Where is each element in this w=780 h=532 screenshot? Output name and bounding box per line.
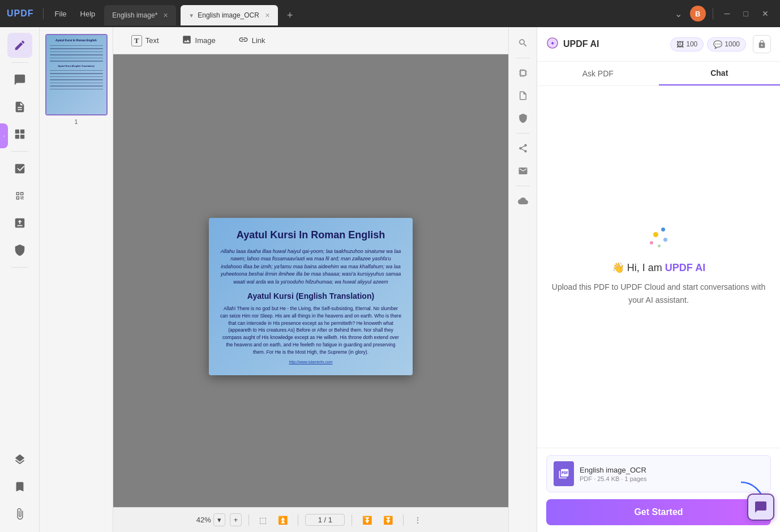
image-tool-button[interactable]: Image <box>175 31 222 50</box>
last-page-button[interactable]: ⏬ <box>359 513 375 527</box>
title-bar: UPDF File Help English image* ✕ ▼ Englis… <box>0 0 780 27</box>
right-divider-1 <box>516 58 530 58</box>
ai-greeting: 👋 Hi, I am UPDF AI <box>612 261 705 274</box>
sidebar-icon-compress[interactable] <box>7 211 32 235</box>
ai-chat-floating-button[interactable] <box>747 494 774 521</box>
right-divider-2 <box>516 133 530 134</box>
sidebar-icon-edit[interactable] <box>7 33 32 58</box>
thumb-line-1 <box>50 45 103 46</box>
zoom-in-button[interactable]: + <box>230 513 242 526</box>
nav-separator-3 <box>352 514 352 526</box>
chat-credits-icon: 💬 <box>713 40 722 49</box>
sidebar-icon-convert[interactable] <box>7 156 32 181</box>
right-sidebar <box>508 27 537 532</box>
tab-close-1[interactable]: ✕ <box>163 12 168 19</box>
ai-file-meta: PDF · 25.4 KB · 1 pages <box>580 475 758 482</box>
content-area: Ayatul Kursi In Roman English Ayatul Kur… <box>40 27 537 532</box>
ai-description: Upload this PDF to UPDF Cloud and start … <box>548 281 769 306</box>
help-menu[interactable]: Help <box>76 7 100 20</box>
scroll-mode-button[interactable]: ⋮ <box>410 513 425 527</box>
sidebar-divider-1 <box>11 62 28 63</box>
sidebar-edge-handle[interactable]: ‹ <box>0 123 8 148</box>
next-page-button[interactable]: ⏬ <box>380 513 396 527</box>
ai-file-name: English image_OCR <box>580 466 758 474</box>
get-started-button[interactable]: Get Started <box>546 499 771 525</box>
thumb-line-4 <box>50 54 103 55</box>
ai-logo-icon: ✦ <box>546 37 559 52</box>
right-icon-share[interactable] <box>513 138 533 158</box>
thumb-line-11 <box>50 83 103 84</box>
pdf-arabic-text: Allahu laaa ilaaha illaa huwal haiyul qa… <box>220 248 401 286</box>
total-pages: 1 <box>328 516 332 524</box>
pdf-url: http://www.islaminfo.com <box>220 360 401 364</box>
page-slash: / <box>324 516 328 524</box>
right-icon-scanner[interactable] <box>513 63 533 83</box>
chat-tab[interactable]: Chat <box>659 62 781 85</box>
ask-pdf-tab[interactable]: Ask PDF <box>537 62 659 85</box>
first-page-button[interactable]: ⏫ <box>275 513 291 527</box>
current-page: 1 <box>318 516 322 524</box>
right-icon-pdf-export[interactable] <box>513 85 533 106</box>
nav-separator-1 <box>248 514 249 526</box>
close-button[interactable]: ✕ <box>757 8 773 19</box>
tabs-dropdown-button[interactable]: ⌄ <box>671 7 685 20</box>
ai-panel: ✦ UPDF AI 🖼 100 💬 1000 Ask PDF Chat <box>537 27 780 532</box>
right-icon-save-cloud[interactable] <box>513 191 533 211</box>
file-menu[interactable]: File <box>50 7 71 20</box>
pdf-page-content: Ayatul Kursi In Roman English Allahu laa… <box>209 218 413 376</box>
svg-text:✦: ✦ <box>550 40 555 46</box>
link-tool-button[interactable]: Link <box>232 31 272 50</box>
chat-credits-badge: 💬 1000 <box>707 37 746 52</box>
fit-height-button[interactable]: ⬚ <box>256 513 270 527</box>
nav-separator-4 <box>403 514 404 526</box>
ai-lock-button[interactable] <box>753 35 771 53</box>
svg-rect-2 <box>15 135 19 139</box>
tab-english-image[interactable]: English image* ✕ <box>104 5 176 25</box>
zoom-display: 42% ▾ <box>196 513 225 526</box>
ai-credits: 🖼 100 💬 1000 <box>670 37 746 52</box>
right-icon-email[interactable] <box>513 161 533 181</box>
greeting-brand: UPDF AI <box>665 262 705 273</box>
ai-panel-title: UPDF AI <box>563 39 599 49</box>
ai-file-type-icon <box>554 461 574 486</box>
page-thumbnail[interactable]: Ayatul Kursi In Roman English Ayatul Kur… <box>45 34 108 115</box>
pdf-english-text: Allah! There is no god but He - the Livi… <box>220 305 401 355</box>
tab-arrow-icon: ▼ <box>188 12 194 19</box>
sidebar-icon-pages[interactable] <box>7 95 32 119</box>
right-icon-search[interactable] <box>513 33 533 53</box>
sidebar-icon-comment[interactable] <box>7 67 32 92</box>
tab-english-image-ocr[interactable]: ▼ English image_OCR ✕ <box>181 5 278 25</box>
link-icon <box>238 35 248 47</box>
ai-footer: English image_OCR PDF · 25.4 KB · 1 page… <box>537 448 780 532</box>
image-credits-value: 100 <box>686 40 697 48</box>
zoom-dropdown-button[interactable]: ▾ <box>213 513 225 526</box>
thumbnail-inner: Ayatul Kursi In Roman English Ayatul Kur… <box>46 35 106 114</box>
thumb-line-7 <box>50 70 103 71</box>
ai-file-card: English image_OCR PDF · 25.4 KB · 1 page… <box>546 455 771 492</box>
thumb-line-5 <box>50 58 103 59</box>
maximize-button[interactable]: □ <box>739 8 753 19</box>
sidebar-icon-layers[interactable] <box>7 447 32 472</box>
divider-2 <box>713 8 713 19</box>
sidebar-icon-bookmark[interactable] <box>7 474 32 499</box>
tab-close-2[interactable]: ✕ <box>265 12 270 19</box>
pdf-toolbar: T Text Image Link <box>113 27 508 54</box>
sidebar-icon-attachment[interactable] <box>7 501 32 526</box>
right-icon-security[interactable] <box>513 108 533 128</box>
text-tool-button[interactable]: T Text <box>125 32 166 50</box>
pdf-subtitle: Ayatul Kursi (English Translation) <box>220 291 401 301</box>
sidebar-divider-2 <box>11 151 28 152</box>
ai-header: ✦ UPDF AI 🖼 100 💬 1000 <box>537 27 780 62</box>
thumb-line-8 <box>50 73 103 74</box>
sidebar-divider-3 <box>11 267 28 268</box>
left-sidebar: ‹ <box>0 27 40 532</box>
sidebar-icon-ocr[interactable] <box>7 183 32 208</box>
user-avatar[interactable]: B <box>690 6 706 22</box>
tab-add-button[interactable]: + <box>282 7 298 24</box>
sidebar-icon-organize[interactable] <box>7 122 32 147</box>
minimize-button[interactable]: ─ <box>720 8 735 19</box>
sidebar-icon-protect[interactable] <box>7 238 32 263</box>
page-display: 1 / 1 <box>305 514 345 526</box>
thumb-subtitle: Ayatul Kursi (English Translation) <box>50 65 103 67</box>
thumbnail-page-number: 1 <box>75 119 78 125</box>
